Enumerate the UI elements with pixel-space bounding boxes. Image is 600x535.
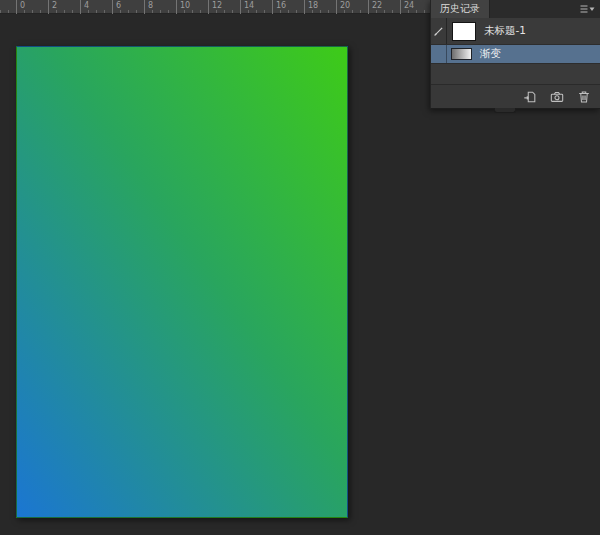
ruler-tick-label: 10 bbox=[176, 0, 190, 14]
panel-resize-grip[interactable] bbox=[494, 108, 516, 113]
snapshot-label: 未标题-1 bbox=[484, 24, 526, 38]
ruler-tick-label: 22 bbox=[368, 0, 382, 14]
ruler-tick-label: 2 bbox=[48, 0, 57, 14]
ruler-tick-label: 16 bbox=[272, 0, 286, 14]
history-brush-source-cell[interactable] bbox=[431, 45, 447, 63]
ruler-tick-label: 4 bbox=[80, 0, 89, 14]
snapshot-thumbnail bbox=[452, 22, 476, 41]
ruler-tick-label: 18 bbox=[304, 0, 318, 14]
ruler-tick-label: 0 bbox=[16, 0, 25, 14]
history-panel: 历史记录 未标题-1 渐变 bbox=[430, 0, 600, 109]
panel-tab-bar: 历史记录 bbox=[431, 0, 600, 18]
ruler-tick-label: 6 bbox=[112, 0, 121, 14]
ruler-tick-label: 14 bbox=[240, 0, 254, 14]
history-list: 未标题-1 渐变 bbox=[431, 18, 600, 64]
ruler-tick-label: 8 bbox=[144, 0, 153, 14]
history-brush-source-icon[interactable] bbox=[431, 18, 447, 44]
history-panel-footer bbox=[431, 84, 600, 108]
history-state-row[interactable]: 渐变 bbox=[431, 45, 600, 64]
history-empty-area bbox=[431, 64, 600, 84]
new-document-from-state-icon[interactable] bbox=[522, 89, 537, 104]
gradient-state-icon bbox=[451, 48, 472, 60]
state-label: 渐变 bbox=[480, 47, 501, 61]
history-snapshot-row[interactable]: 未标题-1 bbox=[431, 18, 600, 45]
document-canvas[interactable] bbox=[16, 46, 348, 518]
new-snapshot-camera-icon[interactable] bbox=[549, 89, 564, 104]
delete-trash-icon[interactable] bbox=[576, 89, 591, 104]
ruler-tick-label: 24 bbox=[400, 0, 414, 14]
ruler-tick-label: 20 bbox=[336, 0, 350, 14]
tab-history[interactable]: 历史记录 bbox=[431, 0, 490, 18]
ruler-tick-label: 12 bbox=[208, 0, 222, 14]
panel-menu-icon[interactable] bbox=[579, 4, 595, 14]
